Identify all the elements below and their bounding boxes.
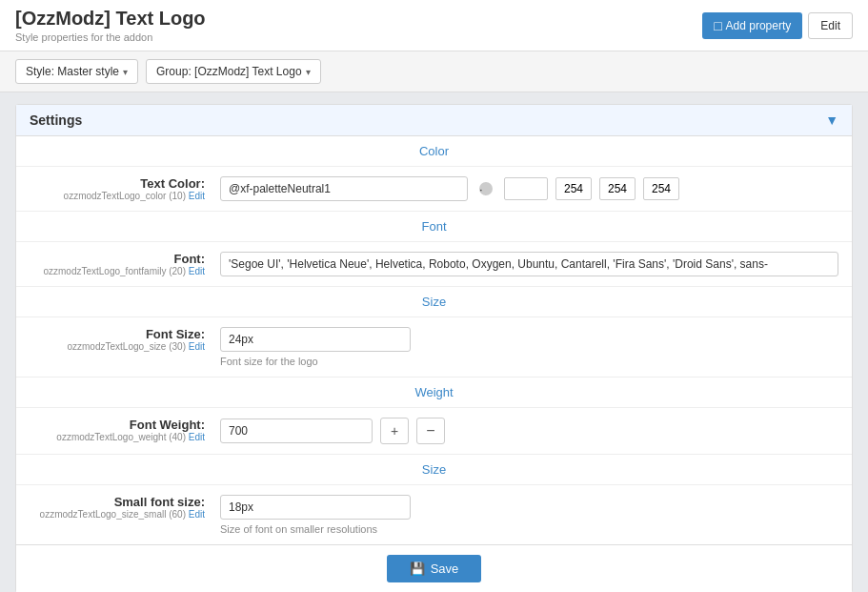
style-dropdown-label: Style: Master style <box>26 65 119 78</box>
main-content: Settings ▼ Color Text Color: ozzmodzText… <box>0 92 868 592</box>
style-dropdown[interactable]: Style: Master style <box>15 59 138 84</box>
property-row-font-size: Font Size: ozzmodzTextLogo_size (30) Edi… <box>16 317 852 378</box>
increment-button[interactable]: + <box>380 418 409 444</box>
font-size-label: Font Size: <box>30 327 205 341</box>
subsection-weight-header: Weight <box>16 378 852 408</box>
page-title: [OzzModz] Text Logo <box>15 8 206 30</box>
small-font-size-hint: Size of font on smaller resolutions <box>220 523 411 535</box>
property-row-font-weight: Font Weight: ozzmodzTextLogo_weight (40)… <box>16 408 852 455</box>
small-font-size-edit-link[interactable]: Edit <box>189 509 205 520</box>
small-font-size-value-col: Size of font on smaller resolutions <box>220 495 838 535</box>
page-header-left: [OzzModz] Text Logo Style properties for… <box>15 8 206 43</box>
color-g-input[interactable] <box>599 177 636 200</box>
save-label: Save <box>431 561 459 576</box>
font-weight-edit-link[interactable]: Edit <box>189 432 205 442</box>
section-collapse-icon[interactable]: ▼ <box>825 112 838 128</box>
subsection-size1-title: Size <box>422 295 446 309</box>
text-color-value-col: · <box>220 176 838 201</box>
color-b-input[interactable] <box>643 177 679 200</box>
font-size-value-col: Font size for the logo <box>220 327 838 367</box>
font-weight-value-col: + − <box>220 418 838 444</box>
font-weight-input[interactable] <box>220 418 373 443</box>
font-weight-label: Font Weight: <box>30 418 205 432</box>
font-weight-meta: ozzmodzTextLogo_weight (40) Edit <box>30 432 205 442</box>
font-size-label-col: Font Size: ozzmodzTextLogo_size (30) Edi… <box>30 327 220 352</box>
section-header: Settings ▼ <box>16 105 852 136</box>
settings-section: Settings ▼ Color Text Color: ozzmodzText… <box>15 104 853 592</box>
font-label: Font: <box>30 252 205 266</box>
page-subtitle: Style properties for the addon <box>15 31 206 43</box>
text-color-input[interactable] <box>220 176 468 201</box>
subsection-color-header: Color <box>16 136 852 167</box>
plus-icon: □ <box>714 18 721 33</box>
text-color-edit-link[interactable]: Edit <box>189 191 205 201</box>
subsection-font-title: Font <box>421 219 446 234</box>
font-size-with-hint: Font size for the logo <box>220 327 411 367</box>
font-weight-label-col: Font Weight: ozzmodzTextLogo_weight (40)… <box>30 418 220 442</box>
small-font-size-label-col: Small font size: ozzmodzTextLogo_size_sm… <box>30 495 220 520</box>
header-actions: □ Add property Edit <box>702 12 853 39</box>
color-r-input[interactable] <box>555 177 592 200</box>
page-header: [OzzModz] Text Logo Style properties for… <box>0 0 868 51</box>
small-font-size-label: Small font size: <box>30 495 205 509</box>
color-dot: · <box>479 182 493 195</box>
property-row-font: Font: ozzmodzTextLogo_fontfamily (20) Ed… <box>16 242 852 287</box>
group-dropdown-label: Group: [OzzModz] Text Logo <box>156 65 302 78</box>
font-label-col: Font: ozzmodzTextLogo_fontfamily (20) Ed… <box>30 252 220 276</box>
font-size-meta: ozzmodzTextLogo_size (30) Edit <box>30 341 205 352</box>
subsection-size2-title: Size <box>422 462 446 477</box>
text-color-label-col: Text Color: ozzmodzTextLogo_color (10) E… <box>30 176 220 201</box>
edit-button[interactable]: Edit <box>808 12 853 39</box>
add-property-label: Add property <box>726 19 792 32</box>
text-color-meta: ozzmodzTextLogo_color (10) Edit <box>30 191 205 201</box>
font-size-edit-link[interactable]: Edit <box>189 341 205 352</box>
subsection-size1-header: Size <box>16 287 852 317</box>
section-title: Settings <box>30 112 82 128</box>
save-bar: 💾 Save <box>16 544 852 592</box>
subsection-color-title: Color <box>419 144 449 158</box>
property-row-text-color: Text Color: ozzmodzTextLogo_color (10) E… <box>16 167 852 212</box>
toolbar: Style: Master style Group: [OzzModz] Tex… <box>0 51 868 92</box>
property-row-small-font-size: Small font size: ozzmodzTextLogo_size_sm… <box>16 485 852 544</box>
small-font-size-meta: ozzmodzTextLogo_size_small (60) Edit <box>30 509 205 520</box>
add-property-button[interactable]: □ Add property <box>702 12 802 39</box>
subsection-size2-header: Size <box>16 455 852 485</box>
save-button[interactable]: 💾 Save <box>387 555 482 582</box>
decrement-button[interactable]: − <box>416 418 445 444</box>
font-size-input[interactable] <box>220 327 411 352</box>
font-meta: ozzmodzTextLogo_fontfamily (20) Edit <box>30 266 205 276</box>
font-edit-link[interactable]: Edit <box>189 266 205 276</box>
subsection-weight-title: Weight <box>414 385 453 399</box>
font-value-col <box>220 252 838 276</box>
subsection-font-header: Font <box>16 212 852 242</box>
group-dropdown[interactable]: Group: [OzzModz] Text Logo <box>146 59 321 84</box>
save-icon: 💾 <box>410 561 425 576</box>
font-family-input[interactable] <box>220 252 838 276</box>
small-font-size-input[interactable] <box>220 495 411 520</box>
font-size-hint: Font size for the logo <box>220 356 411 367</box>
color-preview[interactable] <box>504 177 548 200</box>
small-font-size-with-hint: Size of font on smaller resolutions <box>220 495 411 535</box>
text-color-label: Text Color: <box>30 176 205 191</box>
